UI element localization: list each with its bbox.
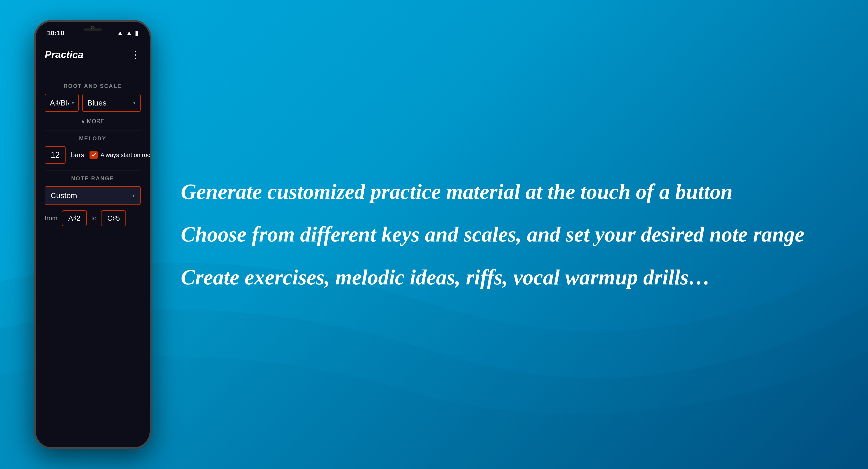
- battery-icon: ▮: [135, 29, 138, 37]
- tagline-1: Generate customized practice material at…: [181, 179, 841, 204]
- note-range-label: NOTE RANGE: [45, 175, 141, 181]
- root-scale-label: ROOT AND SCALE: [36, 83, 150, 89]
- key-value: A♯/B♭: [50, 98, 69, 107]
- to-label: to: [91, 214, 96, 222]
- bars-input[interactable]: 12: [45, 146, 66, 164]
- scale-value: Blues: [87, 99, 106, 107]
- from-note-selector[interactable]: A♯2: [62, 210, 87, 226]
- status-icons: ▲ ▲ ▮: [117, 29, 138, 37]
- divider-1: [45, 131, 141, 131]
- marketing-text-section: Generate customized practice material at…: [163, 161, 868, 308]
- scale-chevron-icon: ▾: [133, 100, 135, 106]
- melody-label: MELODY: [36, 135, 150, 142]
- always-start-on-root-row: Always start on root: [90, 151, 151, 159]
- app-bar: Practica ⋮: [36, 44, 150, 65]
- phone-camera: [91, 26, 94, 29]
- custom-label: Custom: [51, 191, 77, 200]
- wifi-icon: ▲: [117, 29, 123, 37]
- bars-unit-label: bars: [71, 151, 84, 159]
- root-scale-row: A♯/B♭ ▾ Blues ▾: [36, 94, 150, 112]
- phone-mockup: 10:10 ▲ ▲ ▮ Practica ⋮ ROOT AND SCALE A♯…: [23, 20, 163, 449]
- always-start-checkbox[interactable]: [90, 151, 98, 159]
- app-logo: Practica: [45, 49, 84, 60]
- melody-row: 12 bars Always start on root: [36, 146, 150, 164]
- phone-screen: 10:10 ▲ ▲ ▮ Practica ⋮ ROOT AND SCALE A♯…: [36, 22, 150, 447]
- key-selector[interactable]: A♯/B♭ ▾: [45, 94, 79, 112]
- note-range-section: NOTE RANGE Custom ▾ from A♯2 to C♯5: [36, 175, 150, 226]
- from-to-row: from A♯2 to C♯5: [45, 210, 141, 226]
- custom-chevron-icon: ▾: [132, 193, 135, 199]
- tagline-3: Create exercises, melodic ideas, riffs, …: [181, 265, 841, 290]
- more-button[interactable]: ∨ MORE: [36, 115, 150, 127]
- from-label: from: [45, 214, 57, 222]
- status-bar: 10:10 ▲ ▲ ▮: [36, 22, 150, 44]
- tagline-2: Choose from different keys and scales, a…: [181, 222, 841, 247]
- scale-selector[interactable]: Blues ▾: [82, 94, 141, 112]
- phone-frame: 10:10 ▲ ▲ ▮ Practica ⋮ ROOT AND SCALE A♯…: [34, 20, 151, 449]
- note-range-custom-selector[interactable]: Custom ▾: [45, 186, 141, 205]
- key-chevron-icon: ▾: [72, 100, 74, 106]
- always-start-label: Always start on root: [100, 152, 151, 159]
- phone-side-button: [150, 112, 151, 139]
- to-note-selector[interactable]: C♯5: [101, 210, 126, 226]
- overflow-menu-icon[interactable]: ⋮: [131, 49, 141, 60]
- signal-icon: ▲: [126, 29, 132, 37]
- status-time: 10:10: [47, 29, 64, 37]
